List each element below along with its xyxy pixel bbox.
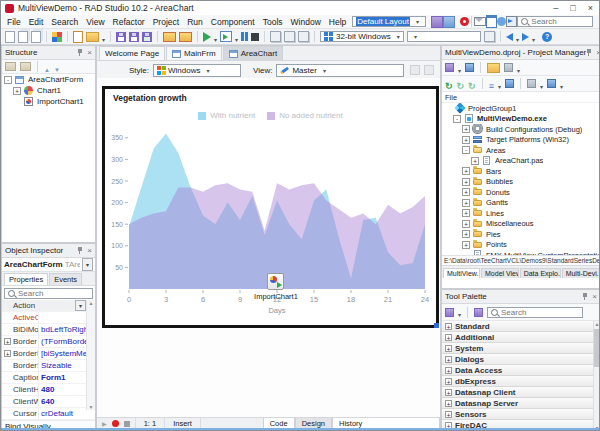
palette-category[interactable]: + dbExpress — [442, 376, 600, 387]
project-tree-item[interactable]: - Areas — [442, 145, 600, 156]
expander-icon[interactable]: + — [462, 230, 470, 238]
expander-icon[interactable]: + — [445, 323, 452, 330]
palette-category[interactable]: + Additional — [442, 332, 600, 343]
expander-icon[interactable]: + — [462, 241, 470, 249]
project-folder-icon[interactable] — [487, 63, 500, 73]
palette-category[interactable]: + Datasnap Server — [442, 398, 600, 409]
menu-item[interactable]: Refactor — [109, 17, 149, 27]
document-tab[interactable]: MainFrm — [166, 46, 222, 60]
importchart-component[interactable] — [267, 273, 284, 290]
layout-grid-icon[interactable] — [431, 16, 443, 28]
expander-icon[interactable]: + — [4, 350, 11, 357]
attach-icon[interactable] — [484, 31, 495, 42]
chevron-down-icon[interactable] — [102, 28, 105, 46]
add-to-project-icon[interactable] — [465, 63, 474, 72]
sync-add-icon[interactable] — [457, 75, 465, 93]
save-all-icon[interactable] — [129, 32, 139, 42]
maximize-button[interactable] — [570, 3, 575, 13]
chevron-down-icon[interactable] — [560, 75, 563, 93]
palette-category[interactable]: + Data Access — [442, 365, 600, 376]
inspector-tab[interactable]: Properties — [4, 273, 48, 285]
palette-category[interactable]: + Datasnap Client — [442, 387, 600, 398]
chevron-down-icon[interactable] — [458, 303, 461, 321]
run-icon[interactable] — [203, 32, 211, 42]
build-icon[interactable] — [505, 79, 514, 88]
object-selector-combo[interactable]: AreaChartForm TAreaChartFo — [2, 258, 95, 272]
expander-icon[interactable]: + — [445, 378, 452, 385]
new-project-icon[interactable] — [445, 63, 454, 72]
expander-icon[interactable]: + — [462, 199, 470, 207]
close-file-icon[interactable] — [163, 32, 176, 42]
property-row[interactable]: + BorderI [biSystemMenu,biM — [2, 348, 95, 360]
project-tree-item[interactable]: ProjectGroup1 — [442, 103, 600, 114]
chevron-down-icon[interactable] — [517, 59, 520, 77]
view-option-icon[interactable] — [410, 65, 420, 75]
chevron-down-icon[interactable] — [516, 28, 519, 46]
property-row[interactable]: ClientW 640 — [2, 396, 95, 408]
project-tree-item[interactable]: + Miscellaneous — [442, 219, 600, 230]
palette-category[interactable]: + System — [442, 343, 600, 354]
project-grid-icon[interactable] — [504, 63, 513, 72]
project-tree-item[interactable]: + Bars — [442, 166, 600, 177]
macro-stop-icon[interactable] — [124, 421, 130, 427]
project-manager-tab[interactable]: MultiView... — [443, 268, 480, 278]
property-row[interactable]: Cursor crDefault — [2, 408, 95, 420]
inspector-tab[interactable]: Events — [49, 273, 82, 285]
project-tree-item[interactable]: + Pies — [442, 229, 600, 240]
property-row[interactable]: + Border (TFormBorder) — [2, 336, 95, 348]
property-row[interactable]: BiDiMo bdLeftToRight — [2, 324, 95, 336]
expand-all-icon[interactable] — [20, 62, 31, 71]
step-over-icon[interactable] — [270, 31, 281, 42]
layout-combo[interactable]: Default Layout — [352, 16, 426, 27]
expander-icon[interactable]: + — [462, 178, 470, 186]
palette-category[interactable]: + Dialogs — [442, 354, 600, 365]
palette-lock-icon[interactable] — [445, 308, 454, 317]
palette-category[interactable]: + Standard — [442, 321, 600, 332]
close-icon[interactable] — [596, 49, 600, 57]
chevron-down-icon[interactable] — [75, 300, 86, 311]
form-designer[interactable]: Vegetation growth With nutrientNo added … — [97, 78, 440, 417]
close-all-icon[interactable] — [179, 32, 192, 42]
chevron-down-icon[interactable] — [540, 75, 543, 93]
scroll-thumb[interactable] — [594, 329, 600, 367]
menu-item[interactable]: Search — [47, 17, 82, 27]
global-search[interactable] — [517, 16, 593, 27]
expander-icon[interactable]: + — [445, 367, 452, 374]
expander-icon[interactable]: + — [471, 157, 479, 165]
menu-item[interactable]: Edit — [25, 17, 48, 27]
record-icon[interactable] — [460, 17, 469, 26]
inspector-scrollbar[interactable]: ▲ ▼ — [86, 300, 95, 410]
expander-icon[interactable]: + — [462, 188, 470, 196]
group-icon[interactable] — [547, 79, 556, 88]
project-manager-tab[interactable]: Multi-Devi... — [562, 268, 600, 278]
project-manager-tab[interactable]: Model View — [481, 268, 519, 278]
menu-item[interactable]: Project — [149, 17, 183, 27]
expander-icon[interactable]: - — [4, 76, 12, 84]
navigate-back-icon[interactable] — [506, 33, 513, 41]
sync-remove-icon[interactable] — [468, 75, 476, 93]
target-combo[interactable] — [407, 31, 481, 42]
chevron-down-icon[interactable] — [532, 28, 535, 46]
platform-combo[interactable]: 32-bit Windows — [320, 31, 404, 42]
pin-icon[interactable] — [77, 247, 83, 255]
chevron-down-icon[interactable] — [235, 28, 238, 46]
property-value[interactable]: crDefault — [39, 409, 95, 418]
open-project-icon[interactable] — [31, 31, 41, 43]
chevron-down-icon[interactable] — [498, 75, 501, 93]
property-row[interactable]: ActiveC — [2, 312, 95, 324]
palette-search-input[interactable] — [501, 308, 579, 317]
close-icon[interactable] — [87, 247, 92, 255]
expander-icon[interactable]: + — [445, 400, 452, 407]
collapse-all-icon[interactable] — [5, 62, 16, 71]
project-tree-item[interactable]: + Bubbles — [442, 177, 600, 188]
pin-icon[interactable] — [586, 49, 592, 57]
property-row[interactable]: Action — [2, 300, 95, 312]
sync-icon[interactable] — [445, 75, 453, 93]
move-up-icon[interactable] — [44, 58, 50, 76]
search-input[interactable] — [531, 17, 589, 26]
scroll-down-icon[interactable]: ▼ — [87, 404, 95, 410]
project-tree-item[interactable]: + Donuts — [442, 187, 600, 198]
trace-into-icon[interactable] — [284, 31, 295, 42]
expander-icon[interactable]: - — [462, 146, 470, 154]
project-tree-item[interactable]: + Target Platforms (Win32) — [442, 135, 600, 146]
